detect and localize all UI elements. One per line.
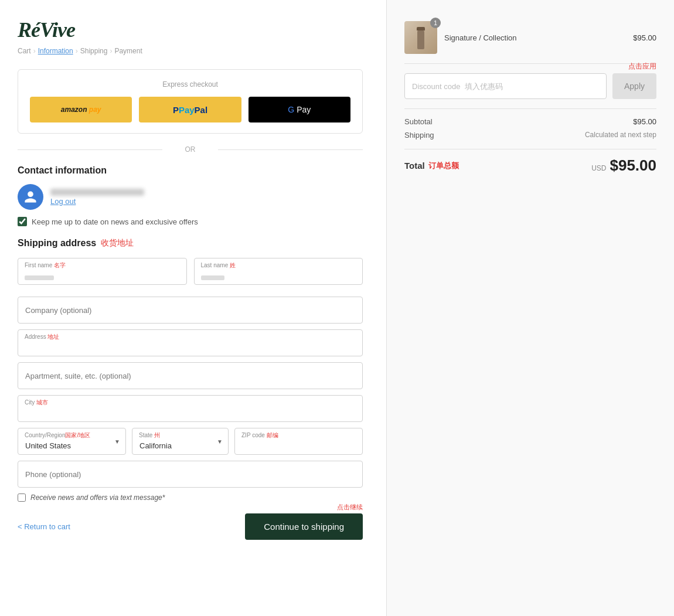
product-name: Signature / Collection	[437, 33, 633, 42]
text-message-row: Receive news and offers via text message…	[18, 494, 363, 502]
subtotal-row: Subtotal $95.00	[404, 117, 656, 126]
brand-logo: RéVive	[18, 18, 363, 42]
product-price: $95.00	[633, 33, 656, 42]
discount-row: 点击应用 Apply	[404, 73, 656, 99]
continue-to-shipping-button[interactable]: Continue to shipping	[245, 513, 363, 540]
apply-cn-hint: 点击应用	[628, 62, 656, 72]
amazon-pay-button[interactable]: amazon pay	[30, 97, 132, 122]
phone-field	[18, 461, 363, 488]
last-name-field: Last name 姓	[194, 258, 363, 291]
total-cn-label: 订单总额	[428, 161, 459, 171]
amazon-pay-logo: amazon pay	[61, 105, 101, 114]
contact-section-title: Contact information	[18, 165, 363, 176]
newsletter-label: Keep me up to date on news and exclusive…	[32, 217, 198, 226]
breadcrumb-information[interactable]: Information	[38, 47, 73, 55]
breadcrumb-shipping[interactable]: Shipping	[80, 47, 108, 55]
state-select[interactable]: California	[132, 428, 229, 455]
subtotal-value: $95.00	[633, 117, 656, 126]
company-input[interactable]	[18, 297, 363, 324]
total-label: Total 订单总额	[404, 161, 459, 171]
first-name-input[interactable]	[18, 258, 187, 285]
total-amount: $95.00	[610, 156, 656, 175]
product-quantity-badge: 1	[430, 18, 441, 28]
apply-discount-button[interactable]: Apply	[612, 73, 656, 99]
express-checkout-title: Express checkout	[30, 80, 350, 89]
discount-code-input[interactable]	[404, 73, 607, 99]
breadcrumb-cart[interactable]: Cart	[18, 47, 31, 55]
gpay-logo: G Pay	[288, 105, 311, 114]
subtotal-label: Subtotal	[404, 117, 433, 126]
shipping-row: Shipping Calculated at next step	[404, 131, 656, 139]
email-blurred	[50, 189, 144, 196]
return-to-cart-link[interactable]: < Return to cart	[18, 522, 70, 531]
contact-email-row	[50, 189, 363, 196]
last-name-input[interactable]	[194, 258, 363, 285]
shipping-address-title-row: Shipping address 收货地址	[18, 238, 363, 249]
totals-section: Subtotal $95.00 Shipping Calculated at n…	[404, 108, 656, 175]
country-field: Country/Region国家/地区 United States ▼	[18, 428, 126, 455]
text-message-label: Receive news and offers via text message…	[30, 494, 165, 502]
city-input[interactable]	[18, 395, 363, 422]
zip-input[interactable]	[234, 428, 363, 455]
apartment-input[interactable]	[18, 362, 363, 389]
city-field: City 城市	[18, 395, 363, 422]
state-field: State 州 California ▼	[132, 428, 229, 455]
logout-link[interactable]: Log out	[50, 197, 363, 206]
total-row: Total 订单总额 USD $95.00	[404, 149, 656, 175]
right-panel: 1 Signature / Collection $95.00 点击应用 App…	[387, 0, 674, 616]
continue-cn-hint: 点击继续	[337, 503, 363, 512]
bottom-actions: < Return to cart 点击继续 Continue to shippi…	[18, 513, 363, 540]
or-divider: OR	[18, 145, 363, 154]
product-row: 1 Signature / Collection $95.00	[404, 12, 656, 64]
gpay-button[interactable]: G Pay	[249, 97, 350, 122]
address-input[interactable]	[18, 329, 363, 356]
name-row: First name 名字 Last name 姓	[18, 258, 363, 291]
shipping-cn-label: 收货地址	[101, 238, 134, 249]
avatar	[18, 184, 43, 210]
newsletter-checkbox-row: Keep me up to date on news and exclusive…	[18, 217, 363, 226]
express-buttons-row: amazon pay PPayPal G Pay	[30, 97, 350, 122]
paypal-logo: PPayPal	[173, 105, 207, 115]
breadcrumb: Cart › Information › Shipping › Payment	[18, 47, 363, 55]
total-currency: USD	[591, 164, 606, 172]
shipping-label: Shipping	[404, 131, 434, 139]
shipping-value: Calculated at next step	[585, 131, 656, 139]
user-icon	[23, 190, 38, 204]
product-image-wrap: 1	[404, 21, 437, 54]
contact-row: Log out	[18, 184, 363, 210]
bottle-body	[417, 30, 424, 49]
company-field	[18, 297, 363, 324]
country-select[interactable]: United States	[18, 428, 126, 455]
express-checkout-section: Express checkout amazon pay PPayPal G Pa…	[18, 69, 363, 134]
newsletter-checkbox[interactable]	[18, 217, 27, 226]
continue-button-wrapper: 点击继续 Continue to shipping	[245, 513, 363, 540]
phone-input[interactable]	[18, 461, 363, 488]
location-row: Country/Region国家/地区 United States ▼ Stat…	[18, 428, 363, 455]
total-amount-wrap: USD $95.00	[591, 156, 656, 175]
address-field: Address 地址	[18, 329, 363, 356]
paypal-button[interactable]: PPayPal	[139, 97, 241, 122]
zip-field: ZIP code 邮编	[234, 428, 363, 455]
contact-info-text: Log out	[50, 189, 363, 206]
text-message-checkbox[interactable]	[18, 494, 26, 502]
left-panel: RéVive Cart › Information › Shipping › P…	[0, 0, 387, 616]
breadcrumb-payment[interactable]: Payment	[114, 47, 142, 55]
first-name-field: First name 名字	[18, 258, 187, 291]
shipping-section-title: Shipping address	[18, 238, 96, 249]
apartment-field	[18, 362, 363, 389]
